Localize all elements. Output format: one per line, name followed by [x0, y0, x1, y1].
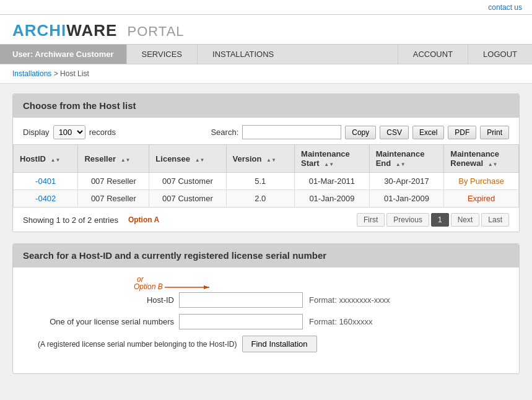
showing-text: Showing 1 to 2 of 2 entries [23, 215, 118, 225]
display-select[interactable]: 100 25 50 [53, 125, 85, 139]
search-input[interactable] [242, 125, 341, 139]
note-label: (A registered license serial number belo… [38, 340, 237, 349]
last-button[interactable]: Last [481, 213, 509, 227]
reseller-0402: 007 Reseller [78, 190, 149, 207]
contact-link[interactable]: contact us [488, 3, 522, 12]
version-0401: 5.1 [226, 173, 295, 190]
page-1-button[interactable]: 1 [431, 213, 449, 227]
host-id-label: Host-ID [38, 295, 174, 305]
csv-button[interactable]: CSV [380, 126, 409, 139]
host-table: HostID ▲▼ Reseller ▲▼ Licensee ▲▼ Versio… [13, 144, 519, 207]
maint-start-0402: 01-Jan-2009 [295, 190, 370, 207]
maint-end-0401: 30-Apr-2017 [369, 173, 444, 190]
col-maint-start: MaintenanceStart ▲▼ [295, 145, 370, 173]
licensee-0401: 007 Customer [149, 173, 226, 190]
col-version: Version ▲▼ [226, 145, 295, 173]
previous-button[interactable]: Previous [386, 213, 429, 227]
maint-end-0402: 01-Jan-2009 [369, 190, 444, 207]
breadcrumb: Installations > Host List [0, 64, 532, 84]
maint-start-0401: 01-Mar-2011 [295, 173, 370, 190]
print-button[interactable]: Print [480, 126, 509, 139]
licensee-0402: 007 Customer [149, 190, 226, 207]
host-id-input[interactable] [179, 292, 303, 308]
nav-link-installations[interactable]: INSTALLATIONS [197, 45, 289, 64]
nav-user: User: Archiware Customer [0, 45, 126, 64]
breadcrumb-host-list: Host List [60, 69, 89, 78]
option-b-label: Option B [134, 282, 163, 291]
first-button[interactable]: First [357, 213, 385, 227]
logo-ware: WARE [66, 21, 117, 40]
renewal-0402[interactable]: Expired [468, 194, 495, 203]
host-id-format: Format: xxxxxxxx-xxxx [309, 295, 390, 305]
col-licensee: Licensee ▲▼ [149, 145, 226, 173]
col-maint-renewal: MaintenanceRenewal ▲▼ [444, 145, 519, 173]
find-installation-button[interactable]: Find Installation [242, 336, 317, 352]
hostid-link-0401[interactable]: -0401 [35, 176, 56, 186]
serial-label: One of your license serial numbers [38, 317, 174, 326]
table-row: -0402 007 Reseller 007 Customer 2.0 01-J… [14, 190, 519, 207]
col-hostid: HostID ▲▼ [14, 145, 78, 173]
logo-bar: ARCHIWARE PORTAL [0, 15, 532, 44]
logo-portal: PORTAL [128, 24, 185, 39]
nav-link-logout[interactable]: LOGOUT [468, 45, 532, 64]
search-panel: Search for a Host-ID and a currently reg… [12, 243, 520, 374]
panel-title: Choose from the Host list [13, 94, 519, 118]
option-a-label: Option A [128, 215, 159, 224]
table-row: -0401 007 Reseller 007 Customer 5.1 01-M… [14, 173, 519, 190]
next-button[interactable]: Next [451, 213, 480, 227]
nav-bar: User: Archiware Customer SERVICES INSTAL… [0, 44, 532, 64]
breadcrumb-installations[interactable]: Installations [12, 69, 51, 78]
pdf-button[interactable]: PDF [448, 126, 476, 139]
excel-button[interactable]: Excel [412, 126, 444, 139]
search-label: Search: [211, 128, 238, 137]
search-panel-title: Search for a Host-ID and a currently reg… [13, 244, 519, 267]
serial-input[interactable] [179, 314, 303, 329]
nav-link-account[interactable]: ACCOUNT [398, 45, 468, 64]
reseller-0401: 007 Reseller [78, 173, 149, 190]
top-bar: contact us [0, 0, 532, 15]
option-b-arrow [165, 281, 214, 293]
records-label: records [89, 128, 116, 137]
host-list-panel: Choose from the Host list Display 100 25… [12, 93, 520, 232]
version-0402: 2.0 [226, 190, 295, 207]
display-label: Display [23, 128, 50, 137]
col-maint-end: MaintenanceEnd ▲▼ [369, 145, 444, 173]
copy-button[interactable]: Copy [345, 126, 376, 139]
logo-archi: ARCHI [12, 21, 66, 40]
hostid-link-0402[interactable]: -0402 [35, 194, 56, 203]
nav-link-services[interactable]: SERVICES [126, 45, 198, 64]
serial-format: Format: 160xxxxx [309, 317, 373, 326]
renewal-0401[interactable]: By Purchase [458, 176, 504, 186]
col-reseller: Reseller ▲▼ [78, 145, 149, 173]
